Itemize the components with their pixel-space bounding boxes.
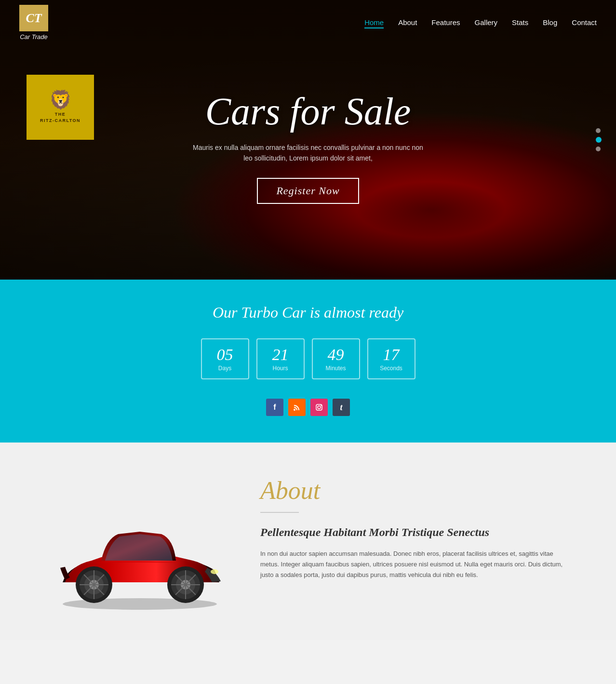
carousel-dot-1[interactable]: [596, 128, 601, 133]
about-divider: [260, 512, 299, 513]
hours-label: Hours: [272, 365, 288, 372]
carousel-dot-3[interactable]: [596, 147, 601, 151]
nav-home[interactable]: Home: [364, 18, 384, 28]
hero-title: Cars for Sale: [192, 90, 424, 133]
nav-links: Home About Features Gallery Stats Blog C…: [364, 18, 597, 27]
nav-gallery[interactable]: Gallery: [475, 18, 498, 27]
hours-box: 21 Hours: [256, 338, 305, 379]
countdown-title: Our Turbo Car is almost ready: [19, 304, 597, 322]
minutes-number: 49: [328, 347, 344, 363]
instagram-icon[interactable]: [310, 399, 328, 416]
about-car-image: [48, 491, 231, 611]
svg-point-5: [211, 569, 218, 574]
svg-point-2: [318, 406, 321, 409]
hero-content: Cars for Sale Mauris ex nulla aliquam or…: [192, 76, 424, 204]
nav-stats[interactable]: Stats: [512, 18, 528, 27]
about-heading: About: [260, 476, 568, 505]
seconds-label: Seconds: [380, 365, 402, 372]
days-number: 05: [217, 347, 233, 363]
about-subheading: Pellentesque Habitant Morbi Tristique Se…: [260, 525, 568, 540]
ritz-carlton-badge: 🦁 THERITZ-CARLTON: [27, 75, 94, 140]
seconds-box: 17 Seconds: [367, 338, 415, 379]
nav-about[interactable]: About: [398, 18, 417, 27]
nav-blog[interactable]: Blog: [543, 18, 557, 27]
minutes-box: 49 Minutes: [312, 338, 360, 379]
navbar: CT Car Trade Home About Features Gallery…: [0, 0, 616, 45]
hours-number: 21: [272, 347, 289, 363]
countdown-boxes: 05 Days 21 Hours 49 Minutes 17 Seconds: [19, 338, 597, 379]
nav-features[interactable]: Features: [431, 18, 460, 27]
svg-point-3: [321, 405, 321, 406]
rss-icon[interactable]: [288, 399, 306, 416]
countdown-section: Our Turbo Car is almost ready 05 Days 21…: [0, 280, 616, 443]
register-button[interactable]: Register Now: [257, 178, 359, 204]
ritz-lion-icon: 🦁: [49, 91, 72, 109]
days-label: Days: [218, 365, 231, 372]
logo[interactable]: CT Car Trade: [19, 5, 48, 40]
facebook-icon[interactable]: f: [266, 399, 283, 416]
nav-contact[interactable]: Contact: [572, 18, 597, 27]
minutes-label: Minutes: [325, 365, 346, 372]
about-body: In non dui auctor sapien accumsan malesu…: [260, 549, 568, 580]
days-box: 05 Days: [201, 338, 249, 379]
brand-name: Car Trade: [20, 33, 48, 40]
logo-icon: CT: [19, 5, 48, 31]
svg-point-0: [294, 409, 295, 411]
about-content: About Pellentesque Habitant Morbi Tristi…: [260, 476, 568, 580]
ritz-carlton-text: THERITZ-CARLTON: [40, 111, 80, 123]
carousel-dots: [596, 128, 602, 151]
tumblr-icon[interactable]: t: [333, 399, 350, 416]
social-icons: f t: [19, 399, 597, 416]
seconds-number: 17: [383, 347, 400, 363]
carousel-dot-2[interactable]: [596, 137, 602, 143]
hero-subtitle: Mauris ex nulla aliquam ornare facilisis…: [192, 142, 424, 164]
about-section: About Pellentesque Habitant Morbi Tristi…: [0, 443, 616, 640]
car-simulation: [48, 491, 231, 611]
